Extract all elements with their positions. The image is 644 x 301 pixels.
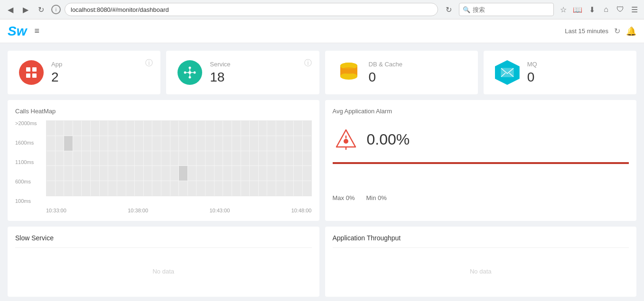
heatmap-cell <box>294 166 302 181</box>
reader-mode-button[interactable]: 📖 <box>572 4 583 15</box>
db-card-value: 0 <box>369 70 403 85</box>
heatmap-cell <box>294 136 302 151</box>
heatmap-cell <box>276 166 285 181</box>
heatmap-cell <box>215 136 223 151</box>
heatmap-cell <box>161 151 170 166</box>
heatmap-cell <box>108 181 117 196</box>
browser-refresh-button[interactable]: ↻ <box>442 3 455 16</box>
db-card-icon <box>336 60 361 85</box>
header-left: Sw ≡ <box>8 24 39 39</box>
heatmap-cell <box>267 166 276 181</box>
app-throughput-title: Application Throughput <box>333 234 629 248</box>
bottom-row: Slow Service No data Application Through… <box>8 227 636 297</box>
app-grid-svg <box>25 66 37 79</box>
heatmap-cell <box>170 121 179 136</box>
svg-rect-0 <box>26 67 30 72</box>
back-button[interactable]: ◀ <box>4 3 17 16</box>
home-button[interactable]: ⌂ <box>600 4 612 15</box>
heatmap-cell <box>144 136 152 151</box>
heatmap-cell <box>241 136 250 151</box>
heatmap-cell <box>161 181 170 196</box>
heatmap-cell <box>56 136 64 151</box>
heatmap-cell <box>73 136 82 151</box>
heatmap-cell <box>100 151 108 166</box>
alarm-max: Max 0% <box>333 194 355 201</box>
heatmap-cell <box>91 151 99 166</box>
heatmap-cell <box>100 136 108 151</box>
shield-button[interactable]: 🛡 <box>615 4 626 15</box>
heatmap-cell <box>108 151 117 166</box>
heatmap-cell <box>223 166 232 181</box>
hamburger-menu-icon[interactable]: ≡ <box>34 26 39 36</box>
heatmap-cell <box>232 166 241 181</box>
heatmap-cell <box>108 121 117 136</box>
main-content: App 2 ⓘ Service <box>0 43 644 301</box>
slow-service-title: Slow Service <box>15 234 312 248</box>
heatmap-cell <box>267 181 276 196</box>
heatmap-cell <box>117 166 126 181</box>
heatmap-cell <box>47 121 55 136</box>
app-logo: Sw <box>8 24 27 39</box>
heatmap-cell <box>82 151 90 166</box>
svg-rect-3 <box>32 73 37 78</box>
heatmap-cell <box>73 121 82 136</box>
heatmap-cell <box>276 151 285 166</box>
heatmap-cell <box>196 136 205 151</box>
heatmap-cell <box>126 166 135 181</box>
service-card-info-icon[interactable]: ⓘ <box>304 58 312 68</box>
heatmap-cell <box>259 151 267 166</box>
heatmap-cell <box>259 136 267 151</box>
heatmap-cell <box>47 151 55 166</box>
heatmap-cell <box>179 121 187 136</box>
search-input[interactable] <box>459 3 554 16</box>
heatmap-cell <box>152 136 161 151</box>
heatmap-cell <box>205 166 214 181</box>
mq-card: MQ 0 <box>484 51 636 94</box>
mq-envelope-svg <box>501 68 514 77</box>
heatmap-cell <box>241 121 250 136</box>
bookmark-star-button[interactable]: ☆ <box>558 4 569 15</box>
mq-card-value: 0 <box>527 70 537 85</box>
heatmap-cell <box>135 121 143 136</box>
slow-service-panel: Slow Service No data <box>8 227 319 297</box>
search-icon: 🔍 <box>463 6 470 13</box>
heatmap-cell <box>267 121 276 136</box>
heatmap-cell <box>188 121 196 136</box>
browser-menu-button[interactable]: ☰ <box>629 4 640 15</box>
header-refresh-icon[interactable]: ↻ <box>614 27 620 36</box>
alarm-panel: Avg Application Alarm 0.00% <box>325 100 637 221</box>
app-card-info-icon[interactable]: ⓘ <box>145 58 153 68</box>
heatmap-cell <box>188 181 196 196</box>
heatmap-cell <box>276 136 285 151</box>
mq-hexagon <box>495 60 520 85</box>
toolbar-icons: ☆ 📖 ⬇ ⌂ 🛡 ☰ <box>558 4 640 15</box>
heatmap-cell <box>47 136 55 151</box>
cards-row: App 2 ⓘ Service <box>8 51 636 94</box>
refresh-button[interactable]: ↻ <box>34 3 47 16</box>
heatmap-cell <box>47 166 55 181</box>
address-bar[interactable] <box>65 3 438 16</box>
heatmap-cell <box>82 136 90 151</box>
heatmap-cell <box>100 181 108 196</box>
db-svg <box>338 61 359 84</box>
heatmap-cell <box>196 181 205 196</box>
notification-bell-icon[interactable]: 🔔 <box>626 26 636 36</box>
heatmap-y-labels: >2000ms 1600ms 1100ms 600ms 100ms <box>15 120 37 204</box>
service-card-info: Service 18 <box>210 61 230 85</box>
heatmap-cell <box>126 151 135 166</box>
db-card-info: DB & Cache 0 <box>369 61 403 85</box>
download-button[interactable]: ⬇ <box>586 4 597 15</box>
alarm-min-label: Min <box>366 194 376 201</box>
heatmap-cell <box>56 166 64 181</box>
svg-point-17 <box>340 67 357 74</box>
heatmap-cell <box>215 151 223 166</box>
mq-card-icon <box>495 60 520 85</box>
heatmap-cell <box>91 181 99 196</box>
alarm-chart-area <box>333 162 629 191</box>
forward-button[interactable]: ▶ <box>19 3 32 16</box>
heatmap-cell <box>135 151 143 166</box>
heatmap-cell <box>294 181 302 196</box>
heatmap-cell <box>259 181 267 196</box>
panels-row: Calls HeatMap >2000ms 1600ms 1100ms 600m… <box>8 100 636 221</box>
search-wrapper: 🔍 <box>459 3 554 16</box>
